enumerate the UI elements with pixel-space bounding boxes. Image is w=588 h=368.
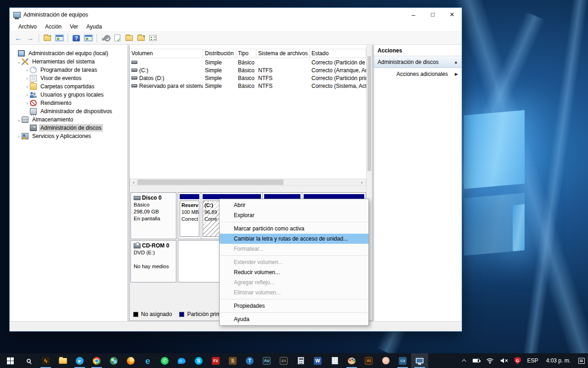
volume-row[interactable]: Simple Básico Correcto (Partición de r xyxy=(130,58,366,66)
partition-system-reserved[interactable]: Reserv 100 MB Correct xyxy=(178,193,201,239)
show-console-tree-icon[interactable] xyxy=(54,33,64,43)
up-folder-icon[interactable]: ↑ xyxy=(124,33,134,43)
taskbar-thunderbird[interactable]: T xyxy=(241,353,258,368)
taskbar-command-prompt[interactable]: C:\ xyxy=(275,353,292,368)
expander-icon[interactable]: ⌄ xyxy=(16,59,22,64)
taskbar-app-face[interactable] xyxy=(377,353,394,368)
taskbar-illustrator[interactable]: Ai xyxy=(360,353,377,368)
volume-muted-icon[interactable] xyxy=(497,353,511,368)
clock[interactable]: 4:03 p. m. xyxy=(542,353,575,368)
cdrom-label[interactable]: CD-ROM 0 DVD (E:) No hay medios xyxy=(130,240,176,282)
column-distribucion[interactable]: Distribución xyxy=(203,49,236,58)
scrollbar-thumb[interactable] xyxy=(368,56,371,171)
tray-chevron-up-icon[interactable] xyxy=(460,353,469,368)
menu-item-propiedades[interactable]: Propiedades xyxy=(220,301,368,311)
menu-ver[interactable]: Ver xyxy=(66,23,82,30)
check-document-icon[interactable] xyxy=(112,33,122,43)
tree-item-event-viewer[interactable]: › Visor de eventos xyxy=(10,74,128,82)
taskbar-twitter[interactable] xyxy=(173,353,190,368)
back-icon[interactable]: ← xyxy=(13,33,23,43)
start-button[interactable] xyxy=(0,353,20,368)
taskbar-skype[interactable]: S xyxy=(190,353,207,368)
tree-item-local-users-groups[interactable]: › Usuarios y grupos locales xyxy=(10,91,128,99)
tree-item-system-tools[interactable]: ⌄ Herramientas del sistema xyxy=(10,58,128,66)
menu-accion[interactable]: Acción xyxy=(41,23,66,30)
disk0-label[interactable]: Disco 0 Básico 298,09 GB En pantalla xyxy=(130,192,176,239)
disk-tool-icon[interactable] xyxy=(100,33,110,43)
action-center-icon[interactable] xyxy=(575,353,588,368)
taskbar-file-explorer[interactable] xyxy=(54,353,71,368)
menu-archivo[interactable]: Archivo xyxy=(14,23,41,30)
taskbar-computer-management-active[interactable] xyxy=(411,353,428,368)
battery-icon[interactable] xyxy=(469,353,483,368)
horizontal-scrollbar[interactable]: ‹ › xyxy=(130,178,366,186)
minimize-button[interactable]: – xyxy=(404,8,423,22)
taskbar-word[interactable]: W xyxy=(309,353,326,368)
wifi-icon[interactable] xyxy=(483,353,497,368)
show-action-pane-icon[interactable] xyxy=(83,33,93,43)
taskbar-filezilla[interactable]: Fz xyxy=(207,353,224,368)
expander-icon[interactable]: › xyxy=(24,92,30,98)
close-button[interactable]: × xyxy=(442,8,462,22)
menu-item-abrir[interactable]: Abrir xyxy=(220,200,368,210)
antivirus-shield-icon[interactable]: G xyxy=(511,353,524,368)
volume-row[interactable]: Reservado para el sistema Simple Básico … xyxy=(130,82,366,90)
column-tipo[interactable]: Tipo xyxy=(236,49,256,58)
column-volumen[interactable]: Volumen xyxy=(130,49,203,58)
menu-item-reducir-volumen[interactable]: Reducir volumen... xyxy=(220,267,368,277)
taskbar-chrome[interactable] xyxy=(88,353,105,368)
scroll-right-icon[interactable]: › xyxy=(358,180,366,185)
menu-item-marcar-particion[interactable]: Marcar partición como activa xyxy=(220,224,368,234)
expander-icon[interactable]: › xyxy=(24,84,30,89)
tree-item-services-applications[interactable]: › Servicios y Aplicaciones xyxy=(10,132,128,140)
taskbar-search-button[interactable] xyxy=(20,353,37,368)
tree-item-performance[interactable]: › Rendimiento xyxy=(10,99,128,107)
expander-icon[interactable]: ⌄ xyxy=(16,117,22,122)
taskbar-calculator[interactable] xyxy=(292,353,309,368)
export-list-icon[interactable]: ➚ xyxy=(42,33,52,43)
collapse-icon[interactable]: ▲ xyxy=(454,60,458,64)
taskbar-firefox[interactable] xyxy=(122,353,139,368)
tree-item-device-manager[interactable]: Administrador de dispositivos xyxy=(10,107,128,115)
taskbar-edge[interactable]: e xyxy=(139,353,156,368)
taskbar-paint[interactable] xyxy=(343,353,360,368)
menu-item-explorar[interactable]: Explorar xyxy=(220,210,368,220)
title-bar[interactable]: Administración de equipos – ☐ × xyxy=(10,8,462,22)
tree-item-disk-management[interactable]: Administración de discos xyxy=(10,124,128,132)
expander-icon[interactable]: › xyxy=(24,68,30,73)
expander-icon[interactable]: › xyxy=(24,76,30,81)
menu-item-cambiar-letra[interactable]: Cambiar la letra y rutas de acceso de un… xyxy=(220,234,368,244)
scrollbar-thumb[interactable] xyxy=(137,179,283,185)
column-estado[interactable]: Estado xyxy=(310,49,366,58)
tree-item-computer-management-root[interactable]: Administración del equipo (local) xyxy=(10,49,128,58)
actions-group-disk-management[interactable]: Administración de discos ▲ xyxy=(374,56,462,68)
taskbar-whatsapp[interactable]: ✆ xyxy=(156,353,173,368)
find-folder-icon[interactable]: ⌕ xyxy=(136,33,146,43)
tree-item-storage[interactable]: ⌄ Almacenamiento xyxy=(10,115,128,124)
column-sistema-archivos[interactable]: Sistema de archivos xyxy=(256,49,310,58)
tree-item-task-scheduler[interactable]: › Programador de tareas xyxy=(10,66,128,74)
scroll-left-icon[interactable]: ‹ xyxy=(130,180,137,185)
volume-row[interactable]: Datos (D:) Simple Básico NTFS Correcto (… xyxy=(130,74,366,82)
expander-icon[interactable]: › xyxy=(24,101,30,106)
taskbar-app-flash[interactable]: ϟ xyxy=(37,353,54,368)
tree-item-shared-folders[interactable]: › Carpetas compartidas xyxy=(10,82,128,91)
menu-item-ayuda[interactable]: Ayuda xyxy=(220,314,368,324)
menu-ayuda[interactable]: Ayuda xyxy=(82,23,106,30)
taskbar-globe-browser[interactable] xyxy=(105,353,122,368)
taskbar-app-s-brown[interactable]: S xyxy=(224,353,241,368)
expander-icon[interactable]: › xyxy=(16,134,22,139)
volume-row[interactable]: (C:) Simple Básico NTFS Correcto (Arranq… xyxy=(130,66,366,74)
actions-more-actions[interactable]: Acciones adicionales ▶ xyxy=(374,68,462,80)
taskbar-notepad[interactable] xyxy=(326,353,343,368)
help-icon[interactable]: ? xyxy=(71,33,81,43)
properties-list-icon[interactable] xyxy=(148,33,158,43)
tools-icon xyxy=(22,58,28,65)
taskbar-camtasia[interactable]: C3 xyxy=(394,353,411,368)
taskbar-audition[interactable]: Au xyxy=(258,353,275,368)
partition-header xyxy=(180,194,199,199)
maximize-button[interactable]: ☐ xyxy=(423,8,442,22)
forward-icon[interactable]: → xyxy=(25,33,35,43)
language-indicator[interactable]: ESP xyxy=(524,353,542,368)
taskbar-telegram[interactable]: ▶ xyxy=(71,353,88,368)
